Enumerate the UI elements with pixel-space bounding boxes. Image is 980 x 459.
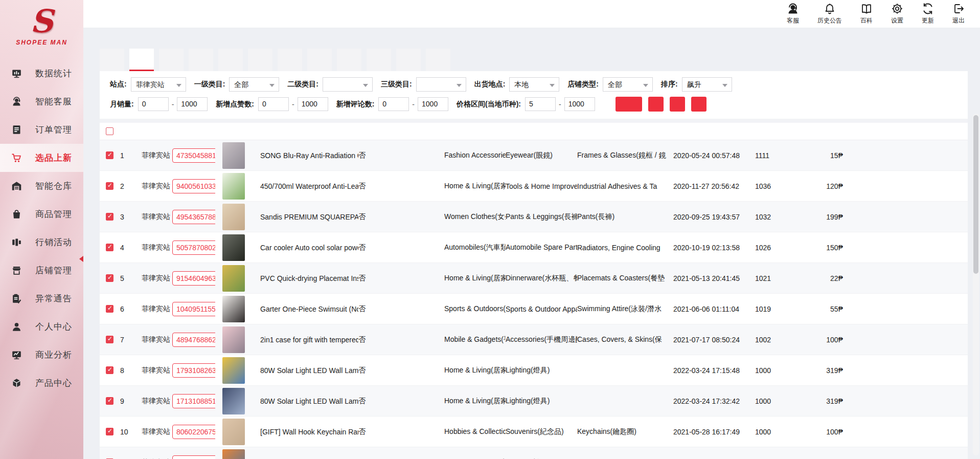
- row-checkbox[interactable]: [106, 244, 113, 251]
- product-image[interactable]: [222, 204, 245, 230]
- topbar-action[interactable]: 客服: [787, 3, 799, 25]
- topbar-action[interactable]: 设置: [891, 3, 903, 25]
- product-id-pill[interactable]: 16631094413: [172, 455, 215, 459]
- tab[interactable]: [189, 49, 213, 71]
- product-id-pill[interactable]: 17131088519: [172, 394, 215, 408]
- product-id-pill[interactable]: 4894768862: [172, 333, 215, 347]
- row-checkbox[interactable]: [106, 151, 113, 159]
- action-button[interactable]: [616, 97, 642, 112]
- filter-label: 二级类目:: [287, 80, 318, 89]
- range-from-input[interactable]: 5: [525, 97, 556, 111]
- filter-select[interactable]: 全部: [229, 77, 279, 92]
- sidebar-item[interactable]: 智能客服: [0, 88, 83, 116]
- product-name-cell: Garter One-Piece Swimsuit (Not Padd: [260, 305, 358, 313]
- row-checkbox[interactable]: [106, 305, 113, 313]
- tab[interactable]: [278, 49, 302, 71]
- campaign-icon: [11, 237, 22, 248]
- tab-bar: [100, 49, 968, 71]
- range-from-input[interactable]: 0: [258, 97, 289, 111]
- topbar-action[interactable]: 更新: [922, 3, 934, 25]
- product-id-pill[interactable]: 10409511553: [172, 302, 215, 316]
- tab[interactable]: [218, 49, 243, 71]
- row-checkbox[interactable]: [106, 428, 113, 435]
- range-dash: -: [412, 100, 415, 108]
- product-id-pill[interactable]: 17931082637: [172, 363, 215, 378]
- tab[interactable]: [426, 49, 450, 71]
- tab[interactable]: [307, 49, 332, 71]
- product-image[interactable]: [222, 419, 245, 445]
- content: 站点: 菲律宾站 一级类目: 全部 二级类目: 三级类目:: [83, 28, 980, 459]
- sidebar-item[interactable]: 店铺管理: [0, 256, 83, 285]
- row-checkbox[interactable]: [106, 213, 113, 221]
- product-image[interactable]: [222, 296, 245, 322]
- product-image[interactable]: [222, 388, 245, 414]
- select-all-checkbox[interactable]: [106, 127, 113, 135]
- sidebar-item[interactable]: 订单管理: [0, 116, 83, 144]
- filter-select[interactable]: 本地: [509, 77, 559, 92]
- topbar-action[interactable]: 退出: [952, 3, 965, 25]
- category1-cell: Automobiles(汽車類): [444, 243, 506, 252]
- tab[interactable]: [248, 49, 272, 71]
- sidebar: S SHOPEE MAN 数据统计 智能客服 订单管理 选品上新: [0, 0, 83, 459]
- filter-select[interactable]: 全部: [603, 77, 653, 92]
- range-to-input[interactable]: 1000: [564, 97, 595, 111]
- filter-select[interactable]: [416, 77, 466, 92]
- scrollbar-thumb[interactable]: [973, 115, 978, 274]
- product-image[interactable]: [222, 173, 245, 200]
- product-id-cell: 4735045881: [172, 148, 215, 163]
- sidebar-item[interactable]: 异常通告: [0, 285, 83, 313]
- product-id-pill[interactable]: 4735045881: [172, 148, 215, 163]
- tab[interactable]: [129, 49, 154, 71]
- row-checkbox[interactable]: [106, 182, 113, 190]
- product-image[interactable]: [222, 357, 245, 384]
- sidebar-item[interactable]: 行销活动: [0, 228, 83, 256]
- filter-select[interactable]: [323, 77, 373, 92]
- sidebar-item[interactable]: 商品管理: [0, 200, 83, 228]
- range-from-input[interactable]: 0: [138, 97, 169, 111]
- product-image[interactable]: [222, 265, 245, 292]
- range-to-input[interactable]: 1000: [298, 97, 328, 111]
- product-id-pill[interactable]: 9154604963: [172, 271, 215, 286]
- range-to-input[interactable]: 1000: [177, 97, 208, 111]
- sidebar-item[interactable]: 数据统计: [0, 59, 83, 88]
- official-store-cell: 否: [358, 304, 444, 314]
- row-checkbox[interactable]: [106, 397, 113, 405]
- topbar-action[interactable]: 百科: [860, 3, 873, 25]
- product-id-pill[interactable]: 9400561033: [172, 179, 215, 193]
- product-image[interactable]: [222, 326, 245, 353]
- product-image[interactable]: [222, 449, 245, 459]
- sidebar-item[interactable]: 产品中心: [0, 369, 83, 397]
- range-to-input[interactable]: 1000: [418, 97, 448, 111]
- row-checkbox[interactable]: [106, 366, 113, 374]
- sidebar-collapse-arrow-icon[interactable]: [79, 256, 83, 262]
- row-checkbox[interactable]: [106, 336, 113, 343]
- filter-label: 出货地点:: [474, 80, 506, 89]
- filter-label: 排序:: [661, 80, 678, 89]
- sidebar-item[interactable]: 选品上新: [0, 144, 83, 172]
- product-image-cell: [215, 265, 260, 292]
- product-id-pill[interactable]: 8060220675: [172, 425, 215, 439]
- sidebar-item[interactable]: 个人中心: [0, 313, 83, 341]
- product-id-pill[interactable]: 4954365788: [172, 210, 215, 224]
- sidebar-item[interactable]: 商业分析: [0, 341, 83, 369]
- product-id-pill[interactable]: 5057870802: [172, 241, 215, 255]
- filter-select[interactable]: 飙升: [682, 77, 732, 92]
- tab[interactable]: [367, 49, 391, 71]
- tab[interactable]: [337, 49, 361, 71]
- topbar-action[interactable]: 历史公告: [817, 3, 842, 25]
- filter-select[interactable]: 菲律宾站: [131, 77, 186, 92]
- action-button[interactable]: [670, 97, 685, 112]
- product-image-cell: [215, 388, 260, 414]
- product-image[interactable]: [222, 142, 245, 169]
- action-button[interactable]: [691, 97, 706, 112]
- tab[interactable]: [396, 49, 421, 71]
- product-image[interactable]: [222, 234, 245, 261]
- product-name-cell: [GIFT] Wall Hook Keychain Random D: [260, 428, 358, 436]
- sidebar-item[interactable]: 智能仓库: [0, 172, 83, 200]
- tab[interactable]: [159, 49, 184, 71]
- range-from-input[interactable]: 0: [378, 97, 409, 111]
- site-cell: 菲律宾站: [142, 366, 172, 375]
- action-button[interactable]: [648, 97, 664, 112]
- row-checkbox[interactable]: [106, 274, 113, 282]
- tab[interactable]: [100, 49, 124, 71]
